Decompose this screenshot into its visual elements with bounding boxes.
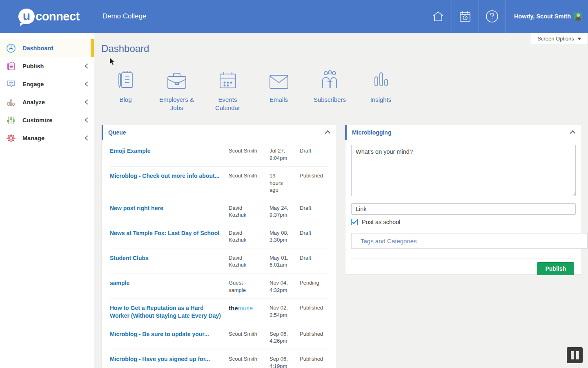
queue-row: sample Guest - sample Nov 04, 4:32pm Pen… <box>110 274 328 299</box>
sidebar-item-label: Publish <box>22 63 44 70</box>
post-title-link[interactable]: Student Clubs <box>110 254 222 269</box>
chevron-up-icon[interactable] <box>570 130 576 134</box>
post-status: Published <box>300 172 328 194</box>
queue-row: How to Get a Reputation as a Hard Worker… <box>110 299 328 325</box>
screen-options-button[interactable]: Screen Options <box>531 33 588 45</box>
chevron-left-icon <box>85 117 88 123</box>
quick-action-insights[interactable]: Insights <box>355 69 406 112</box>
sidebar-item-customize[interactable]: Customize <box>0 111 94 129</box>
quick-action-label: Blog <box>119 96 131 104</box>
post-title-link[interactable]: Microblog - Check out more info about... <box>110 172 222 194</box>
chevron-up-icon[interactable] <box>325 130 331 134</box>
post-title-link[interactable]: New post right here <box>110 204 222 219</box>
post-date: Sep 06, 4:26pm <box>270 330 293 345</box>
chevron-left-icon <box>85 81 88 87</box>
people-icon <box>318 70 341 90</box>
publish-button[interactable]: Publish <box>537 262 574 275</box>
post-date: Nov 04, 4:32pm <box>270 279 293 294</box>
quick-action-label: Emails <box>270 96 288 104</box>
tags-and-categories-section[interactable]: Tags and Categories <box>351 233 588 249</box>
pause-button[interactable] <box>567 347 583 363</box>
quick-action-label: Employers & Jobs <box>154 96 199 112</box>
post-title-link[interactable]: Emoji Example <box>110 147 222 162</box>
screen-options-label: Screen Options <box>537 36 574 42</box>
queue-row: Microblog - Be sure to update your... Sc… <box>110 325 328 350</box>
microblogging-panel-title: Microblogging <box>352 129 391 136</box>
microblogging-footer: Publish <box>351 258 576 275</box>
school-name: Demo College <box>102 12 147 20</box>
quick-action-blog[interactable]: Blog <box>100 69 151 112</box>
tags-and-categories-label: Tags and Categories <box>361 238 417 245</box>
post-author-themuse-logo: themuse <box>229 304 263 320</box>
top-bar: u connect Demo College Howd <box>0 0 588 33</box>
logo-text: connect <box>36 10 80 23</box>
post-date: Jul 27, 8:04pm <box>270 147 293 162</box>
avatar <box>574 12 582 20</box>
queue-panel: Queue Emoji Example Scout Smith Jul 27, … <box>101 125 337 368</box>
top-bar-actions: Howdy, Scout Smith <box>425 0 588 33</box>
calendar-button[interactable] <box>452 0 479 33</box>
post-date: May 24, 9:37pm <box>270 204 293 219</box>
quick-action-employers-jobs[interactable]: Employers & Jobs <box>151 69 202 112</box>
sidebar-item-analyze[interactable]: Analyze <box>0 93 94 111</box>
queue-row: Emoji Example Scout Smith Jul 27, 8:04pm… <box>110 142 328 167</box>
quick-action-subscribers[interactable]: Subscribers <box>304 69 355 112</box>
quick-action-label: Events Calendar <box>205 96 250 112</box>
chevron-down-icon <box>577 38 581 40</box>
microblogging-panel-header[interactable]: Microblogging <box>345 125 581 140</box>
post-status: Published <box>300 304 328 320</box>
sidebar-item-engage[interactable]: Engage <box>0 75 94 93</box>
sidebar-item-manage[interactable]: Manage <box>0 129 94 147</box>
greeting-text: Howdy, Scout Smith <box>514 13 571 20</box>
pause-icon <box>571 351 574 359</box>
post-title-link[interactable]: Microblog - Have you signed up for... <box>110 355 222 368</box>
briefcase-icon <box>166 71 187 90</box>
post-status: Pending <box>300 279 328 294</box>
insights-icon <box>372 70 390 90</box>
chat-icon <box>6 79 16 89</box>
post-date: 19 hours ago <box>270 172 293 194</box>
post-author: Scout Smith <box>229 330 263 345</box>
sidebar-item-label: Customize <box>22 117 52 123</box>
sidebar-item-label: Analyze <box>22 99 45 105</box>
uconnect-logo[interactable]: u connect <box>18 9 80 24</box>
page-title: Dashboard <box>101 43 149 54</box>
sidebar-item-label: Engage <box>22 81 44 88</box>
post-date: Nov 02, 2:54pm <box>270 304 293 320</box>
post-as-school-option[interactable]: Post as school <box>351 219 576 225</box>
gauge-icon <box>6 43 16 53</box>
account-menu[interactable]: Howdy, Scout Smith <box>506 0 588 33</box>
help-button[interactable] <box>479 0 506 33</box>
envelope-icon <box>268 74 290 90</box>
post-status: Draft <box>300 254 328 269</box>
quick-action-label: Insights <box>370 96 392 104</box>
post-title-link[interactable]: How to Get a Reputation as a Hard Worker… <box>110 304 222 320</box>
post-title-link[interactable]: sample <box>110 279 222 294</box>
sidebar-item-label: Dashboard <box>22 45 53 52</box>
post-status: Draft <box>300 147 328 162</box>
chevron-left-icon <box>85 99 88 105</box>
checkbox-checked-icon[interactable] <box>351 219 358 225</box>
queue-row: Microblog - Check out more info about...… <box>110 167 328 199</box>
quick-action-events-calendar[interactable]: Events Calendar <box>202 69 253 112</box>
sidebar-item-dashboard[interactable]: Dashboard <box>0 39 94 57</box>
post-status: Published <box>300 355 328 368</box>
queue-panel-header[interactable]: Queue <box>102 125 336 140</box>
themuse-logo-muse: muse <box>238 305 253 312</box>
blog-icon <box>116 70 136 90</box>
calendar-dots-icon <box>218 70 238 90</box>
pause-icon <box>576 351 579 359</box>
link-input[interactable] <box>351 203 576 215</box>
sidebar-item-publish[interactable]: Publish <box>0 57 94 75</box>
queue-row: Student Clubs David Kozhuk May 01, 6:01a… <box>110 249 328 274</box>
post-as-school-label: Post as school <box>362 219 400 225</box>
post-title-link[interactable]: News at Temple Fox: Last Day of School <box>110 229 222 244</box>
quick-action-emails[interactable]: Emails <box>253 69 304 112</box>
home-button[interactable] <box>425 0 452 33</box>
composer-textarea[interactable] <box>351 145 576 196</box>
logo-u: u <box>23 10 30 22</box>
post-date: May 01, 6:01am <box>270 254 293 269</box>
queue-row: News at Temple Fox: Last Day of School D… <box>110 224 328 249</box>
post-title-link[interactable]: Microblog - Be sure to update your... <box>110 330 222 345</box>
notepad-icon <box>6 61 16 71</box>
